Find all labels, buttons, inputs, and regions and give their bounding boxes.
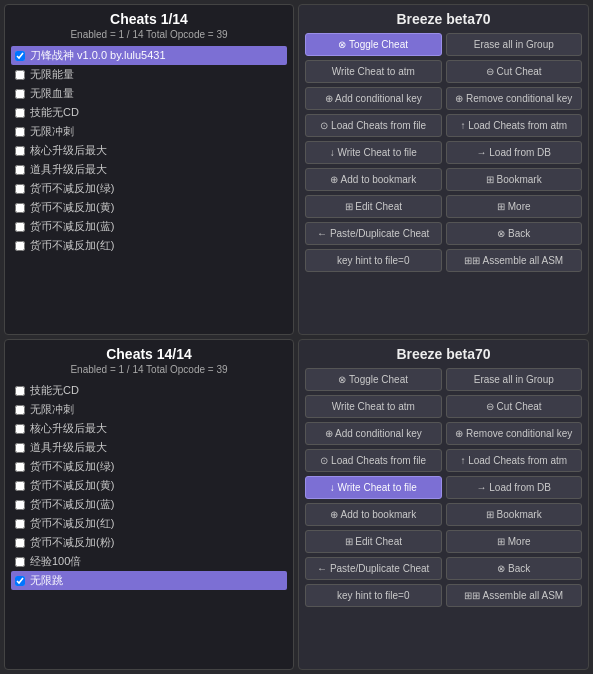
cheat-checkbox[interactable] bbox=[15, 424, 25, 434]
top-btn-grid: ⊗ Toggle CheatErase all in GroupWrite Ch… bbox=[305, 33, 582, 272]
cheat-item[interactable]: 无限跳 bbox=[11, 571, 287, 590]
cheat-label: 经验100倍 bbox=[30, 554, 81, 569]
top-cheats-list: 刀锋战神 v1.0.0 by.lulu5431无限能量无限血量技能无CD无限冲刺… bbox=[11, 46, 287, 255]
action-button[interactable]: ⊞ More bbox=[446, 530, 583, 553]
cheat-checkbox[interactable] bbox=[15, 462, 25, 472]
cheat-item[interactable]: 货币不减反加(黄) bbox=[11, 198, 287, 217]
top-buttons-title: Breeze beta70 bbox=[305, 11, 582, 27]
action-button[interactable]: ⊖ Cut Cheat bbox=[446, 60, 583, 83]
cheat-item[interactable]: 货币不减反加(绿) bbox=[11, 179, 287, 198]
cheat-label: 道具升级后最大 bbox=[30, 440, 107, 455]
action-button[interactable]: ⊞ Bookmark bbox=[446, 503, 583, 526]
cheat-item[interactable]: 货币不减反加(红) bbox=[11, 514, 287, 533]
bottom-cheats-panel: Cheats 14/14 Enabled = 1 / 14 Total Opco… bbox=[4, 339, 294, 670]
cheat-checkbox[interactable] bbox=[15, 165, 25, 175]
cheat-checkbox[interactable] bbox=[15, 519, 25, 529]
cheat-checkbox[interactable] bbox=[15, 538, 25, 548]
action-button[interactable]: Erase all in Group bbox=[446, 368, 583, 391]
action-button[interactable]: ↓ Write Cheat to file bbox=[305, 141, 442, 164]
cheat-checkbox[interactable] bbox=[15, 184, 25, 194]
cheat-checkbox[interactable] bbox=[15, 405, 25, 415]
cheat-item[interactable]: 道具升级后最大 bbox=[11, 160, 287, 179]
action-button[interactable]: key hint to file=0 bbox=[305, 584, 442, 607]
action-button[interactable]: ⊗ Back bbox=[446, 557, 583, 580]
cheat-item[interactable]: 经验100倍 bbox=[11, 552, 287, 571]
top-cheats-title: Cheats 1/14 bbox=[11, 11, 287, 27]
top-row: Cheats 1/14 Enabled = 1 / 14 Total Opcod… bbox=[4, 4, 589, 335]
cheat-item[interactable]: 货币不减反加(黄) bbox=[11, 476, 287, 495]
action-button[interactable]: ⊕ Add conditional key bbox=[305, 87, 442, 110]
cheat-checkbox[interactable] bbox=[15, 557, 25, 567]
action-button[interactable]: ⊕ Remove conditional key bbox=[446, 422, 583, 445]
cheat-label: 技能无CD bbox=[30, 383, 79, 398]
bottom-buttons-panel: Breeze beta70 ⊗ Toggle CheatErase all in… bbox=[298, 339, 589, 670]
action-button[interactable]: ⊞ More bbox=[446, 195, 583, 218]
cheat-item[interactable]: 货币不减反加(蓝) bbox=[11, 217, 287, 236]
cheat-checkbox[interactable] bbox=[15, 241, 25, 251]
cheat-item[interactable]: 道具升级后最大 bbox=[11, 438, 287, 457]
bottom-cheats-title: Cheats 14/14 bbox=[11, 346, 287, 362]
cheat-item[interactable]: 货币不减反加(绿) bbox=[11, 457, 287, 476]
action-button[interactable]: ⊙ Load Cheats from file bbox=[305, 449, 442, 472]
cheat-item[interactable]: 技能无CD bbox=[11, 381, 287, 400]
action-button[interactable]: ↓ Write Cheat to file bbox=[305, 476, 442, 499]
action-button[interactable]: → Load from DB bbox=[446, 476, 583, 499]
action-button[interactable]: Erase all in Group bbox=[446, 33, 583, 56]
cheat-checkbox[interactable] bbox=[15, 51, 25, 61]
cheat-item[interactable]: 核心升级后最大 bbox=[11, 419, 287, 438]
top-cheats-panel: Cheats 1/14 Enabled = 1 / 14 Total Opcod… bbox=[4, 4, 294, 335]
action-button[interactable]: ⊖ Cut Cheat bbox=[446, 395, 583, 418]
cheat-label: 货币不减反加(黄) bbox=[30, 478, 114, 493]
cheat-item[interactable]: 技能无CD bbox=[11, 103, 287, 122]
cheat-checkbox[interactable] bbox=[15, 108, 25, 118]
action-button[interactable]: key hint to file=0 bbox=[305, 249, 442, 272]
action-button[interactable]: ⊗ Toggle Cheat bbox=[305, 33, 442, 56]
cheat-label: 货币不减反加(粉) bbox=[30, 535, 114, 550]
action-button[interactable]: ⊕ Remove conditional key bbox=[446, 87, 583, 110]
action-button[interactable]: ⊕ Add to bookmark bbox=[305, 503, 442, 526]
action-button[interactable]: ← Paste/Duplicate Cheat bbox=[305, 222, 442, 245]
cheat-item[interactable]: 刀锋战神 v1.0.0 by.lulu5431 bbox=[11, 46, 287, 65]
cheat-item[interactable]: 无限血量 bbox=[11, 84, 287, 103]
action-button[interactable]: ↑ Load Cheats from atm bbox=[446, 449, 583, 472]
cheat-checkbox[interactable] bbox=[15, 222, 25, 232]
action-button[interactable]: ⊞ Edit Cheat bbox=[305, 195, 442, 218]
bottom-row: Cheats 14/14 Enabled = 1 / 14 Total Opco… bbox=[4, 339, 589, 670]
action-button[interactable]: ← Paste/Duplicate Cheat bbox=[305, 557, 442, 580]
action-button[interactable]: Write Cheat to atm bbox=[305, 395, 442, 418]
cheat-item[interactable]: 无限冲刺 bbox=[11, 122, 287, 141]
cheat-checkbox[interactable] bbox=[15, 500, 25, 510]
action-button[interactable]: ⊞ Bookmark bbox=[446, 168, 583, 191]
action-button[interactable]: Write Cheat to atm bbox=[305, 60, 442, 83]
cheat-label: 刀锋战神 v1.0.0 by.lulu5431 bbox=[30, 48, 166, 63]
cheat-checkbox[interactable] bbox=[15, 127, 25, 137]
action-button[interactable]: ↑ Load Cheats from atm bbox=[446, 114, 583, 137]
action-button[interactable]: ⊞ Edit Cheat bbox=[305, 530, 442, 553]
cheat-checkbox[interactable] bbox=[15, 203, 25, 213]
action-button[interactable]: ⊕ Add conditional key bbox=[305, 422, 442, 445]
bottom-cheats-subtitle: Enabled = 1 / 14 Total Opcode = 39 bbox=[11, 364, 287, 375]
cheat-checkbox[interactable] bbox=[15, 89, 25, 99]
cheat-item[interactable]: 无限冲刺 bbox=[11, 400, 287, 419]
cheat-checkbox[interactable] bbox=[15, 146, 25, 156]
action-button[interactable]: ⊗ Back bbox=[446, 222, 583, 245]
cheat-checkbox[interactable] bbox=[15, 576, 25, 586]
cheat-checkbox[interactable] bbox=[15, 70, 25, 80]
action-button[interactable]: ⊙ Load Cheats from file bbox=[305, 114, 442, 137]
action-button[interactable]: ⊕ Add to bookmark bbox=[305, 168, 442, 191]
action-button[interactable]: → Load from DB bbox=[446, 141, 583, 164]
cheat-item[interactable]: 无限能量 bbox=[11, 65, 287, 84]
cheat-label: 货币不减反加(蓝) bbox=[30, 219, 114, 234]
cheat-item[interactable]: 货币不减反加(粉) bbox=[11, 533, 287, 552]
action-button[interactable]: ⊞⊞ Assemble all ASM bbox=[446, 249, 583, 272]
cheat-label: 货币不减反加(绿) bbox=[30, 459, 114, 474]
action-button[interactable]: ⊗ Toggle Cheat bbox=[305, 368, 442, 391]
cheat-checkbox[interactable] bbox=[15, 386, 25, 396]
cheat-item[interactable]: 货币不减反加(蓝) bbox=[11, 495, 287, 514]
cheat-label: 货币不减反加(黄) bbox=[30, 200, 114, 215]
cheat-checkbox[interactable] bbox=[15, 443, 25, 453]
cheat-item[interactable]: 货币不减反加(红) bbox=[11, 236, 287, 255]
action-button[interactable]: ⊞⊞ Assemble all ASM bbox=[446, 584, 583, 607]
cheat-item[interactable]: 核心升级后最大 bbox=[11, 141, 287, 160]
cheat-checkbox[interactable] bbox=[15, 481, 25, 491]
